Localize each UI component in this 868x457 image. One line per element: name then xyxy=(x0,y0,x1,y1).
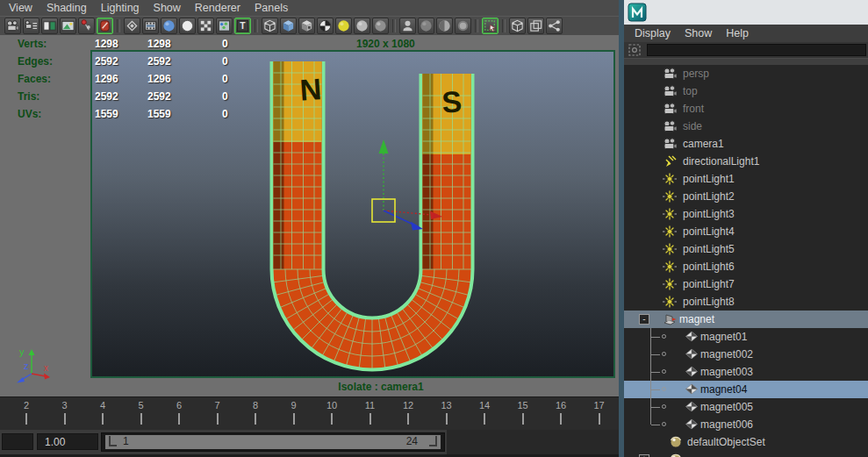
uv-shaded-icon[interactable] xyxy=(216,18,233,34)
timeline-tick xyxy=(217,413,219,425)
outliner-item-pointLight7[interactable]: pointLight7 xyxy=(624,275,868,293)
outliner-item-magnet[interactable]: -magnet xyxy=(624,311,868,328)
viewport-menu-view[interactable]: View xyxy=(9,2,32,14)
outliner-item-pointLight4[interactable]: pointLight4 xyxy=(624,223,868,240)
outliner-titlebar[interactable] xyxy=(624,0,868,25)
toolbar-separator xyxy=(502,19,506,32)
no-light-sphere-icon[interactable] xyxy=(372,18,389,34)
checker-sphere-icon[interactable] xyxy=(317,18,334,34)
timeline-tick xyxy=(369,413,371,425)
hud-value: 1559 xyxy=(95,108,118,120)
hud-label: Faces: xyxy=(18,73,51,85)
range-slider[interactable]: 1 24 xyxy=(101,432,445,452)
outliner-item-magnet006[interactable]: magnet006 xyxy=(624,416,868,433)
manipulator-y-arrow[interactable] xyxy=(379,139,389,154)
viewport-menu-renderer[interactable]: Renderer xyxy=(195,2,240,14)
collapse-icon[interactable]: - xyxy=(639,314,649,325)
range-slider-bar[interactable] xyxy=(105,435,441,449)
outliner-item-pointLight2[interactable]: pointLight2 xyxy=(624,188,868,205)
filter-icon[interactable] xyxy=(628,43,642,57)
outliner-search-row xyxy=(624,42,868,58)
lights-on-sphere-icon[interactable] xyxy=(335,18,352,34)
hud-value: 1296 xyxy=(95,73,118,85)
viewport-menu-lighting[interactable]: Lighting xyxy=(101,2,140,14)
mesh-icon xyxy=(685,365,699,379)
viewport-menu-panels[interactable]: Panels xyxy=(255,2,288,14)
cube-outline-icon[interactable] xyxy=(509,18,526,34)
frame-field[interactable] xyxy=(2,433,33,450)
textured-mode-icon[interactable]: T xyxy=(234,18,251,34)
image-plane-icon[interactable] xyxy=(60,18,76,34)
toolbar-separator xyxy=(255,19,258,32)
outliner-item-label: defaultObjectSet xyxy=(687,436,765,448)
share-icon[interactable] xyxy=(546,18,563,34)
outliner-item-top[interactable]: top xyxy=(624,82,868,100)
outliner-item-pointLight3[interactable]: pointLight3 xyxy=(624,205,868,223)
blur-sphere-icon[interactable] xyxy=(455,18,471,34)
flat-light-sphere-icon[interactable] xyxy=(354,18,370,34)
timeline-tick-label: 2 xyxy=(24,400,29,411)
grid-diamond-icon[interactable] xyxy=(124,18,140,34)
camera-attributes-icon[interactable] xyxy=(23,18,39,34)
hud-value: 0 xyxy=(222,90,228,103)
range-start-handle[interactable] xyxy=(109,436,117,446)
outliner-item-label: camera1 xyxy=(683,138,724,150)
shadows-bust-icon[interactable] xyxy=(399,18,416,34)
outliner-item-directionalLight1[interactable]: directionalLight1 xyxy=(624,153,868,170)
outliner-item-label: pointLight7 xyxy=(683,278,735,290)
timeline-tick-label: 12 xyxy=(403,400,413,411)
outliner-item-magnet005[interactable]: magnet005 xyxy=(624,398,868,416)
playback-speed-field[interactable]: 1.00 xyxy=(37,433,98,450)
outliner-menu-show[interactable]: Show xyxy=(685,27,712,39)
light-pin-icon[interactable] xyxy=(78,18,95,34)
outliner-item-label: persp xyxy=(683,68,709,80)
outliner-item-front[interactable]: front xyxy=(624,100,868,118)
outliner-item-magnet01[interactable]: magnet01 xyxy=(624,328,868,346)
outliner-item-pointLight6[interactable]: pointLight6 xyxy=(624,258,868,275)
outliner-item-label: side xyxy=(683,120,702,132)
hud-row: UVs:155915590 xyxy=(0,108,263,122)
camera-icon[interactable] xyxy=(4,18,21,34)
viewport-panel: ViewShadingLightingShowRendererPanels T xyxy=(0,0,619,457)
wireframe-cube-icon[interactable] xyxy=(262,18,278,34)
svg-text:T: T xyxy=(240,21,246,31)
outliner-filter-input[interactable] xyxy=(647,44,866,56)
outliner-item-pointLight8[interactable]: pointLight8 xyxy=(624,293,868,311)
outliner-menu-display[interactable]: Display xyxy=(635,27,671,39)
select-region-icon[interactable] xyxy=(482,18,499,34)
point-light-icon xyxy=(663,189,677,204)
outliner-item-defaultObjectSet[interactable]: defaultObjectSet xyxy=(624,433,868,451)
shaded-sphere-icon[interactable] xyxy=(161,18,177,34)
layers-icon[interactable] xyxy=(527,18,544,34)
bounding-box-icon[interactable] xyxy=(197,18,214,34)
shaded-cube-icon[interactable] xyxy=(280,18,297,34)
occlusion-sphere-icon[interactable] xyxy=(418,18,434,34)
flat-sphere-icon[interactable] xyxy=(179,18,196,34)
timeline-tick xyxy=(255,413,256,425)
timeline-tick xyxy=(140,413,142,425)
outliner-menu-help[interactable]: Help xyxy=(726,27,749,39)
outliner-item-magnet04[interactable]: magnet04 xyxy=(624,381,868,398)
outliner-item-magnet003[interactable]: magnet003 xyxy=(624,363,868,381)
outliner-item-pointLight5[interactable]: pointLight5 xyxy=(624,240,868,258)
film-gate-icon[interactable] xyxy=(142,18,159,34)
half-sphere-icon[interactable] xyxy=(436,18,453,34)
outliner-item-persp[interactable]: persp xyxy=(624,65,868,82)
isolate-select-icon[interactable] xyxy=(97,18,113,34)
timeline-tick xyxy=(178,413,180,425)
outliner-item-side[interactable]: side xyxy=(624,118,868,135)
outliner-item-camera1[interactable]: camera1 xyxy=(624,135,868,153)
time-slider[interactable]: 234567891011121314151617 xyxy=(0,396,619,430)
hud-row: Tris:259225920 xyxy=(0,90,263,104)
viewport-menu-shading[interactable]: Shading xyxy=(47,2,87,14)
range-end-handle[interactable] xyxy=(429,436,437,446)
textured-cube-icon[interactable] xyxy=(298,18,315,34)
viewport[interactable]: N S Verts:129812980Edges:25922 xyxy=(0,35,619,396)
outliner-item-magnet002[interactable]: magnet002 xyxy=(624,346,868,363)
outliner-item-pointLight1[interactable]: pointLight1 xyxy=(624,170,868,188)
axis-indicator: y z x xyxy=(12,342,53,384)
tree-node-circle xyxy=(662,352,666,356)
outliner-item-clipped[interactable]: + xyxy=(624,451,868,457)
bookmark-icon[interactable] xyxy=(41,18,58,34)
viewport-menu-show[interactable]: Show xyxy=(154,2,181,14)
